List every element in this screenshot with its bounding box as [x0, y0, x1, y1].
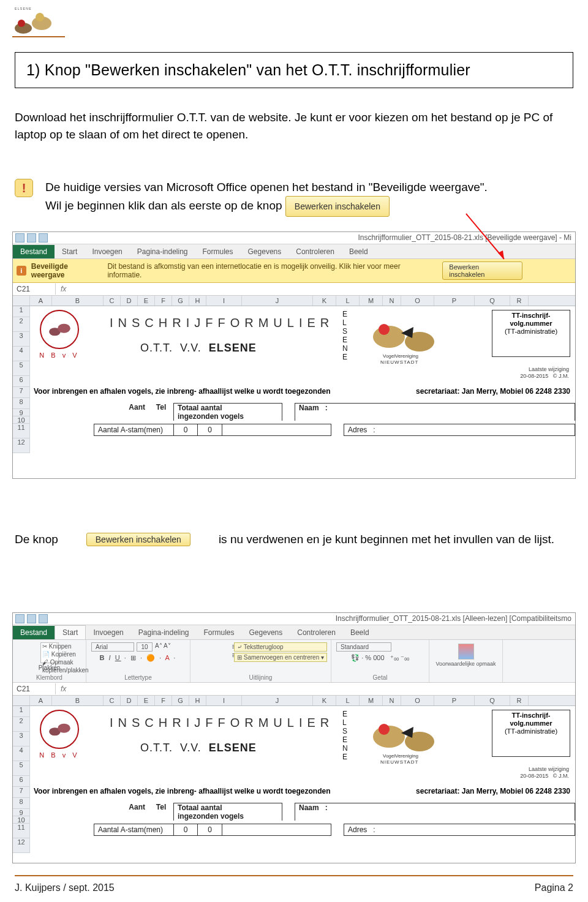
wrap-text-button[interactable]: ⤶ Tekstterugloop [234, 642, 327, 652]
pointer-arrow [466, 214, 527, 263]
ribbon-tab[interactable]: Controleren [288, 245, 342, 258]
form-preview: N B v V INSCHRIJFFORMULIER O.T.T. V.V. E… [30, 306, 575, 447]
svg-line-5 [466, 214, 504, 259]
warning-icon: ! [15, 179, 33, 197]
formula-bar: C21 fx [13, 683, 575, 696]
row-numbers: 1 2 3 4 5 6 7 8 9 10 11 12 [13, 706, 30, 853]
ribbon-tab[interactable]: Formules [197, 626, 242, 639]
protected-view-label: Beveiligde weergave [31, 262, 103, 279]
svg-marker-6 [498, 250, 504, 259]
ribbon-tab[interactable]: Gegevens [241, 245, 289, 258]
svg-text:VogelVereniging: VogelVereniging [383, 753, 418, 759]
ribbon-group-clipboard: Plakken ✂ Knippen 📄 Kopiëren 🖌 Opmaak ko… [13, 640, 86, 682]
svg-point-8 [58, 324, 70, 333]
column-headers: ABCDEFGHIJKLMNOPQR [13, 296, 575, 306]
ribbon-tab[interactable]: Beeld [343, 626, 377, 639]
form-subtitle: O.T.T. V.V. ELSENE [140, 342, 257, 355]
font-select[interactable]: Arial [91, 642, 134, 652]
tt-enrollment-box: TT-inschrijf- volg.nummer (TT-administra… [492, 710, 570, 757]
de-knop-rest: is nu verdwenen en je kunt beginnen met … [219, 533, 554, 546]
qat-icon [27, 614, 36, 623]
de-knop-label: De knop [15, 533, 58, 546]
name-box[interactable]: C21 [13, 284, 56, 295]
qat-icon [15, 614, 24, 623]
ribbon-tab[interactable]: Invoegen [86, 626, 130, 639]
conditional-formatting-icon[interactable] [458, 644, 474, 660]
table-header-row: Aant Tel Totaal aantalingezonden vogels … [30, 803, 575, 821]
qat-icon [15, 233, 24, 242]
ribbon-tab[interactable]: Gegevens [242, 626, 290, 639]
svg-text:VogelVereniging: VogelVereniging [383, 353, 418, 359]
merge-center-button[interactable]: ⊞ Samenvoegen en centreren ▾ [234, 653, 327, 662]
svg-text:NIEUWSTADT: NIEUWSTADT [380, 359, 418, 365]
paragraph-download: Download het inschrijfformulier O.T.T. v… [15, 109, 554, 143]
ribbon-tabs: Bestand Start Invoegen Pagina-indeling F… [13, 625, 575, 640]
svg-point-18 [379, 724, 390, 735]
result-text-row: De knop Bewerken inschakelen is nu verdw… [15, 533, 573, 546]
ribbon-tab[interactable]: Formules [195, 245, 241, 258]
ribbon-tab[interactable]: Start [55, 625, 86, 639]
window-title-text: Inschrijfformulier_OTT_2015-08-21.xls [A… [336, 614, 571, 623]
file-tab[interactable]: Bestand [13, 626, 55, 639]
svg-point-2 [18, 20, 25, 27]
enable-editing-button[interactable]: Bewerken inschakelen [442, 261, 522, 280]
enable-editing-button-inline: Bewerken inschakelen [285, 196, 390, 217]
section-heading: 1) Knop "Bewerken inschakelen" van het O… [15, 52, 573, 88]
file-tab[interactable]: Bestand [13, 245, 55, 258]
window-title-text: Inschrijfformulier_OTT_2015-08-21.xls [B… [358, 233, 571, 242]
formula-bar: C21 fx [13, 283, 575, 296]
name-box[interactable]: C21 [13, 683, 56, 694]
bird-illustration: VogelVereniging NIEUWSTADT [358, 309, 450, 367]
table-header-row: Aant Tel Totaal aantalingezonden vogels … [30, 403, 575, 421]
last-modified: Laatste wijziging 20-08-2015 © J.M. [520, 766, 569, 780]
elsene-vertical: E L S E N E [342, 310, 348, 361]
form-preview: N B v V INSCHRIJFFORMULIER O.T.T. V.V. E… [30, 706, 575, 847]
number-format-select[interactable]: Standaard [336, 642, 391, 652]
svg-point-3 [36, 13, 44, 21]
qat-icon [39, 614, 48, 623]
row-numbers: 1 2 3 4 5 6 7 8 9 10 11 12 [13, 306, 30, 453]
svg-text:NIEUWSTADT: NIEUWSTADT [380, 759, 418, 765]
ribbon-tab[interactable]: Invoegen [85, 245, 129, 258]
form-subtitle: O.T.T. V.V. ELSENE [140, 742, 257, 754]
fx-label: fx [56, 284, 71, 295]
shield-icon: i [17, 266, 26, 276]
footer-author: J. Kuijpers / sept. 2015 [15, 882, 115, 893]
form-title: INSCHRIJFFORMULIER [110, 716, 334, 730]
page-header-logo: E L S E N E [11, 5, 66, 39]
tt-enrollment-box: TT-inschrijf- volg.nummer (TT-administra… [492, 310, 570, 357]
screenshot-after-enable: Inschrijfformulier_OTT_2015-08-21.xls [A… [12, 612, 576, 863]
bird-illustration: VogelVereniging NIEUWSTADT [358, 708, 450, 767]
window-title: Inschrijfformulier_OTT_2015-08-21.xls [A… [13, 613, 575, 625]
ribbon-group-number: Standaard 💱 · % 000 ⁺₀₀ ⁻₀₀ Getal [331, 640, 429, 682]
quick-access-toolbar [15, 233, 48, 242]
ribbon-tab[interactable]: Beeld [342, 245, 375, 258]
ribbon-tab[interactable]: Start [55, 245, 85, 258]
warning-line1: De huidige versies van Microsoft Office … [45, 179, 572, 196]
footer-divider [15, 875, 573, 876]
qat-icon [39, 233, 48, 242]
ribbon-tab[interactable]: Pagina-indeling [131, 626, 197, 639]
table-data-row: Aantal A-stam(men) 0 0 Adres : [30, 824, 575, 836]
form-title: INSCHRIJFFORMULIER [110, 316, 334, 330]
ribbon-group-styles: Voorwaardelijke opmaak [429, 640, 503, 682]
ribbon-tab[interactable]: Controleren [290, 626, 343, 639]
table-data-row: Aantal A-stam(men) 0 0 Adres : [30, 424, 575, 436]
qat-icon [27, 233, 36, 242]
protected-view-message: Dit bestand is afkomstig van een interne… [107, 262, 432, 279]
page-footer: J. Kuijpers / sept. 2015 Pagina 2 [15, 882, 573, 893]
ribbon-tab[interactable]: Pagina-indeling [130, 245, 195, 258]
svg-text:E L S E N E: E L S E N E [15, 7, 31, 10]
svg-point-15 [58, 724, 70, 733]
last-modified: Laatste wijziging 20-08-2015 © J.M. [520, 366, 569, 380]
column-headers: ABCDEFGHIJKLMNOPQR [13, 696, 575, 706]
ribbon-body: Plakken ✂ Knippen 📄 Kopiëren 🖌 Opmaak ko… [13, 640, 575, 683]
nbvv-logo: N B v V [36, 310, 83, 367]
fontsize-select[interactable]: 10 [137, 642, 153, 652]
svg-point-11 [379, 324, 390, 335]
ribbon-group-alignment: ≡ ≡ ≡ ≣ ≣ ≡ ≡ ≡ ⇤ ⇥ ⤶ Tekstterugloop ⊞ S… [190, 640, 331, 682]
fx-label: fx [56, 683, 71, 694]
enable-editing-button-inline2: Bewerken inschakelen [86, 533, 190, 546]
nbvv-logo: N B v V [36, 710, 83, 767]
quick-access-toolbar [15, 614, 48, 623]
